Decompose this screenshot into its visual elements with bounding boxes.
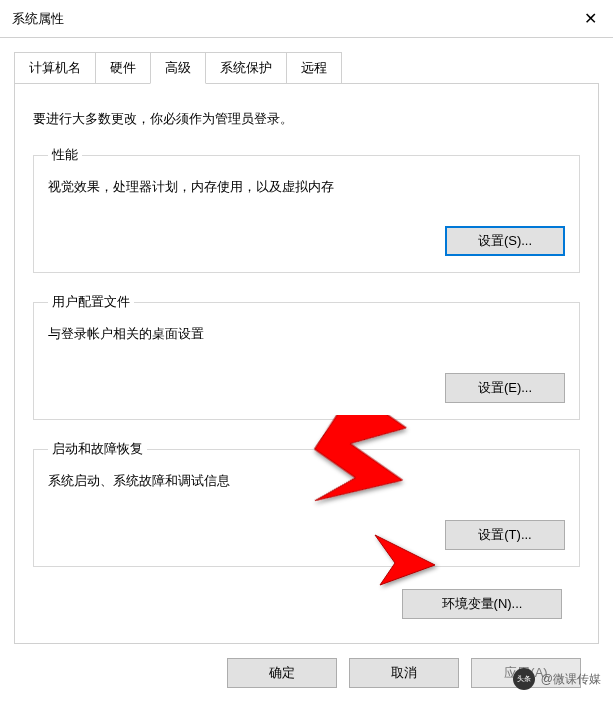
watermark-text: @微课传媒 [541, 671, 601, 688]
user-profiles-settings-button[interactable]: 设置(E)... [445, 373, 565, 403]
startup-recovery-desc: 系统启动、系统故障和调试信息 [48, 472, 565, 490]
dialog-footer: 确定 取消 应用(A) [14, 644, 599, 688]
admin-info-text: 要进行大多数更改，你必须作为管理员登录。 [33, 110, 580, 128]
tab-computer-name[interactable]: 计算机名 [14, 52, 96, 83]
ok-button[interactable]: 确定 [227, 658, 337, 688]
performance-desc: 视觉效果，处理器计划，内存使用，以及虚拟内存 [48, 178, 565, 196]
tab-hardware[interactable]: 硬件 [95, 52, 151, 83]
watermark: 头条 @微课传媒 [513, 668, 601, 690]
tab-body-advanced: 要进行大多数更改，你必须作为管理员登录。 性能 视觉效果，处理器计划，内存使用，… [14, 84, 599, 644]
environment-variables-button[interactable]: 环境变量(N)... [402, 589, 562, 619]
tab-advanced[interactable]: 高级 [150, 52, 206, 84]
group-performance: 性能 视觉效果，处理器计划，内存使用，以及虚拟内存 设置(S)... [33, 146, 580, 273]
group-startup-recovery: 启动和故障恢复 系统启动、系统故障和调试信息 设置(T)... [33, 440, 580, 567]
close-button[interactable]: ✕ [567, 0, 613, 38]
group-user-profiles: 用户配置文件 与登录帐户相关的桌面设置 设置(E)... [33, 293, 580, 420]
tab-remote[interactable]: 远程 [286, 52, 342, 83]
group-user-profiles-legend: 用户配置文件 [48, 293, 134, 311]
cancel-button[interactable]: 取消 [349, 658, 459, 688]
titlebar: 系统属性 ✕ [0, 0, 613, 38]
watermark-avatar-icon: 头条 [513, 668, 535, 690]
startup-recovery-settings-button[interactable]: 设置(T)... [445, 520, 565, 550]
group-startup-recovery-legend: 启动和故障恢复 [48, 440, 147, 458]
close-icon: ✕ [584, 9, 597, 28]
tab-strip: 计算机名 硬件 高级 系统保护 远程 [14, 52, 599, 84]
dialog-content: 计算机名 硬件 高级 系统保护 远程 要进行大多数更改，你必须作为管理员登录。 … [0, 38, 613, 688]
group-performance-legend: 性能 [48, 146, 82, 164]
tab-system-protection[interactable]: 系统保护 [205, 52, 287, 83]
window-title: 系统属性 [12, 10, 64, 28]
user-profiles-desc: 与登录帐户相关的桌面设置 [48, 325, 565, 343]
performance-settings-button[interactable]: 设置(S)... [445, 226, 565, 256]
